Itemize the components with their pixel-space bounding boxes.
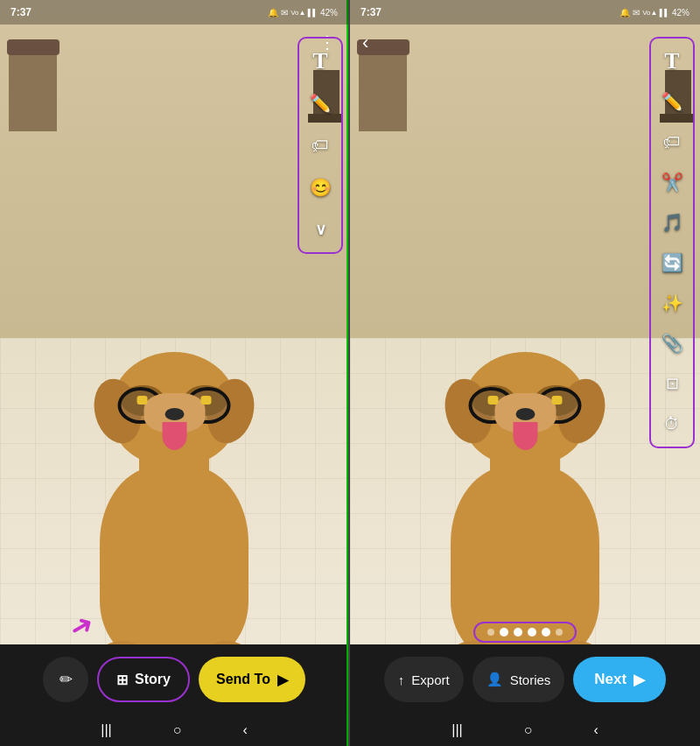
dot-6 <box>556 629 563 636</box>
status-icons-right: 🔔 ✉ Vo▲ ▌▌ 42% <box>620 8 690 18</box>
status-bar-left: 7:37 🔔 ✉ Vo▲ ▌▌ 42% <box>0 0 348 25</box>
dot-5 <box>542 628 550 637</box>
dot-indicators-box <box>473 622 577 643</box>
sendto-icon: ▶ <box>277 672 288 688</box>
battery-icon: 42% <box>320 8 338 18</box>
more-tools-button[interactable]: ∨ <box>303 212 338 247</box>
rotate-tool-button[interactable]: 🔄 <box>654 245 690 280</box>
dot-1 <box>487 629 494 636</box>
panel-divider <box>346 0 348 746</box>
bottom-actions-left: ✏ ⊞ Story Send To ▶ <box>0 644 348 714</box>
notification-icon-r: 🔔 <box>620 8 630 18</box>
music-tool-button[interactable]: 🎵 <box>654 205 690 240</box>
notification-icon: 🔔 <box>268 8 278 18</box>
bottom-section-left: ✏ ⊞ Story Send To ▶ ||| ○ ‹ <box>0 644 348 746</box>
magic-tool-button[interactable]: ✨ <box>654 285 690 320</box>
sendto-button[interactable]: Send To ▶ <box>199 657 305 702</box>
nav-bar-right: ||| ○ ‹ <box>350 714 700 746</box>
nav-back-left[interactable]: ‹ <box>242 722 247 738</box>
story-icon: ⊞ <box>116 672 128 688</box>
pen-tool-button[interactable]: ✏️ <box>303 86 338 121</box>
dog-scene <box>0 0 348 676</box>
timer-tool-button[interactable]: ⏱ <box>654 406 690 441</box>
next-icon: ▶ <box>634 671 645 689</box>
next-button[interactable]: Next ▶ <box>573 657 666 702</box>
text-tool-button-r[interactable]: T <box>654 44 690 79</box>
edit-icon: ✏ <box>60 670 73 689</box>
stories-button[interactable]: 👤 Stories <box>472 657 565 702</box>
signal-icon-r: Vo▲ ▌▌ <box>642 9 669 17</box>
furniture-left-r <box>359 53 407 131</box>
left-phone-panel: 7:37 🔔 ✉ Vo▲ ▌▌ 42% ⋮ T ✏️ 🏷 😊 ∨ ➜ ✏ <box>0 0 350 746</box>
story-label: Story <box>135 672 171 687</box>
nav-back-right[interactable]: ‹ <box>593 722 598 738</box>
toolbar-purple-box-right: T ✏️ 🏷 ✂️ 🎵 🔄 ✨ 📎 ⊡ ⏱ <box>649 37 695 448</box>
right-toolbar-left: T ✏️ 🏷 😊 ∨ <box>298 37 343 254</box>
status-bar-right: 7:37 🔔 ✉ Vo▲ ▌▌ 42% <box>350 0 700 25</box>
signal-icon: Vo▲ ▌▌ <box>290 9 318 17</box>
message-icon-r: ✉ <box>633 8 640 18</box>
back-arrow-icon: ‹ <box>362 32 368 53</box>
dot-2 <box>500 628 508 637</box>
bottom-section-right: ↑ Export 👤 Stories Next ▶ ||| ○ ‹ <box>350 644 700 746</box>
right-phone-panel: 7:37 🔔 ✉ Vo▲ ▌▌ 42% ‹ T ✏️ 🏷 ✂️ 🎵 🔄 ✨ 📎 … <box>350 0 700 746</box>
next-label: Next <box>594 671 626 688</box>
status-time-left: 7:37 <box>10 6 32 18</box>
sticker-tool-button[interactable]: 🏷 <box>303 128 338 163</box>
bottom-actions-right: ↑ Export 👤 Stories Next ▶ <box>350 644 700 714</box>
stories-label: Stories <box>510 672 551 687</box>
export-button[interactable]: ↑ Export <box>384 657 464 702</box>
nav-home-left[interactable]: ○ <box>173 722 182 738</box>
story-button[interactable]: ⊞ Story <box>97 657 190 702</box>
status-icons-left: 🔔 ✉ Vo▲ ▌▌ 42% <box>268 8 338 18</box>
text-tool-button[interactable]: T <box>303 44 338 79</box>
toolbar-purple-box: T ✏️ 🏷 😊 ∨ <box>298 37 343 254</box>
furniture-top <box>7 39 60 55</box>
nav-home-right[interactable]: ○ <box>524 722 533 738</box>
furniture-left <box>9 53 57 131</box>
status-time-right: 7:37 <box>360 6 382 18</box>
nav-bar-left: ||| ○ ‹ <box>0 714 348 746</box>
scissors-tool-button[interactable]: ✂️ <box>654 165 690 200</box>
dot-3 <box>514 628 522 637</box>
message-icon: ✉ <box>281 8 288 18</box>
stories-icon: 👤 <box>486 672 503 687</box>
sendto-label: Send To <box>216 672 270 687</box>
face-tool-button[interactable]: 😊 <box>303 170 338 205</box>
dot-4 <box>528 628 536 637</box>
dog-scene-right <box>350 0 700 676</box>
attach-tool-button[interactable]: 📎 <box>654 326 690 361</box>
crop-tool-button[interactable]: ⊡ <box>654 366 690 401</box>
right-toolbar-right: T ✏️ 🏷 ✂️ 🎵 🔄 ✨ 📎 ⊡ ⏱ <box>649 37 695 448</box>
export-label: Export <box>411 672 449 687</box>
sticker-tool-button-r[interactable]: 🏷 <box>654 124 690 159</box>
edit-button[interactable]: ✏ <box>43 657 88 702</box>
export-icon: ↑ <box>398 672 405 687</box>
pen-tool-button-r[interactable]: ✏️ <box>654 84 690 119</box>
nav-menu-right[interactable]: ||| <box>452 722 462 738</box>
nav-menu-left[interactable]: ||| <box>101 722 111 738</box>
back-button[interactable]: ‹ <box>362 32 368 54</box>
battery-icon-r: 42% <box>672 8 690 18</box>
